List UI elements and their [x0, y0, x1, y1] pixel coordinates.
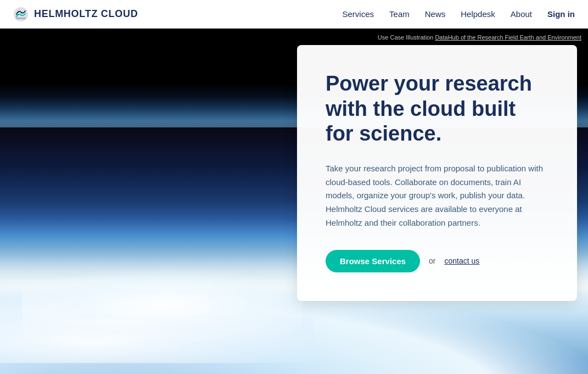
hero-content-card: Power your research with the cloud built…: [297, 45, 577, 301]
nav-team[interactable]: Team: [389, 9, 410, 19]
logo-icon: [13, 7, 29, 22]
site-header: HELMHOLTZ CLOUD Services Team News Helpd…: [0, 0, 588, 29]
nav-about[interactable]: About: [511, 9, 532, 19]
hero-body: Take your research project from proposal…: [326, 162, 548, 230]
use-case-caption: Use Case Illustration DataHub of the Res…: [378, 34, 581, 41]
or-text: or: [429, 256, 435, 265]
use-case-link[interactable]: DataHub of the Research Field Earth and …: [435, 34, 581, 41]
nav-signin[interactable]: Sign in: [547, 9, 575, 19]
browse-services-button[interactable]: Browse Services: [326, 250, 420, 272]
main-nav: Services Team News Helpdesk About Sign i…: [343, 9, 575, 19]
nav-services[interactable]: Services: [343, 9, 374, 19]
logo[interactable]: HELMHOLTZ CLOUD: [13, 7, 138, 22]
svg-rect-1: [16, 18, 26, 19]
nav-news[interactable]: News: [425, 9, 446, 19]
nav-helpdesk[interactable]: Helpdesk: [461, 9, 495, 19]
cloud-3: [55, 242, 281, 319]
logo-text: HELMHOLTZ CLOUD: [34, 8, 138, 20]
cta-row: Browse Services or contact us: [326, 250, 548, 272]
hero-headline: Power your research with the cloud built…: [326, 71, 548, 147]
use-case-prefix: Use Case Illustration: [378, 34, 435, 41]
contact-us-link[interactable]: contact us: [445, 256, 480, 265]
hero-section: Use Case Illustration DataHub of the Res…: [0, 29, 588, 374]
